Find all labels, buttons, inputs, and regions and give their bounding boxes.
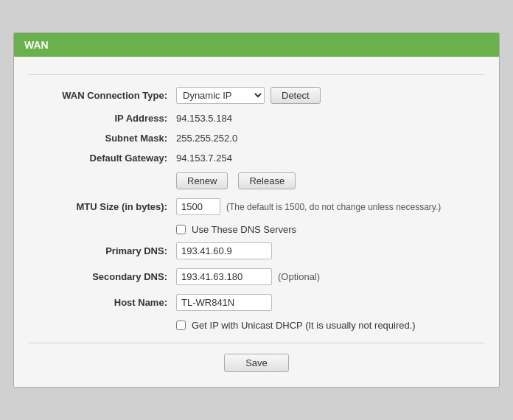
footer-divider xyxy=(29,343,484,343)
secondary-dns-input[interactable] xyxy=(176,268,272,285)
save-row: Save xyxy=(29,354,484,372)
wan-connection-type-select[interactable]: Dynamic IP Static IP PPPoE L2TP PPTP xyxy=(176,87,265,104)
mtu-input[interactable] xyxy=(176,198,220,215)
panel-body: WAN Connection Type: Dynamic IP Static I… xyxy=(14,57,499,387)
secondary-dns-label: Secondary DNS: xyxy=(29,271,176,282)
secondary-dns-row: Secondary DNS: (Optional) xyxy=(29,268,484,285)
host-name-input[interactable] xyxy=(176,294,272,311)
renew-release-row: Renew Release xyxy=(29,172,484,189)
default-gateway-row: Default Gateway: 94.153.7.254 xyxy=(29,153,484,164)
wan-connection-type-row: WAN Connection Type: Dynamic IP Static I… xyxy=(29,87,484,104)
ip-address-label: IP Address: xyxy=(29,113,176,124)
mtu-hint: (The default is 1500, do not change unle… xyxy=(226,202,441,212)
mtu-label: MTU Size (in bytes): xyxy=(29,201,176,212)
use-dns-row: Use These DNS Servers xyxy=(29,224,484,235)
mtu-row: MTU Size (in bytes): (The default is 150… xyxy=(29,198,484,215)
default-gateway-label: Default Gateway: xyxy=(29,153,176,164)
renew-button[interactable]: Renew xyxy=(176,172,228,189)
ip-address-value: 94.153.5.184 xyxy=(176,113,232,124)
detect-button[interactable]: Detect xyxy=(271,87,321,104)
subnet-mask-label: Subnet Mask: xyxy=(29,133,176,144)
renew-release-buttons: Renew Release xyxy=(176,172,296,189)
release-button[interactable]: Release xyxy=(238,172,296,189)
primary-dns-label: Primary DNS: xyxy=(29,245,176,256)
ip-address-row: IP Address: 94.153.5.184 xyxy=(29,113,484,124)
use-dns-checkbox-label: Use These DNS Servers xyxy=(192,224,296,235)
unicast-checkbox[interactable] xyxy=(176,321,186,330)
use-dns-checkbox[interactable] xyxy=(176,225,186,234)
host-name-label: Host Name: xyxy=(29,297,176,308)
save-button[interactable]: Save xyxy=(224,354,289,372)
primary-dns-row: Primary DNS: xyxy=(29,242,484,259)
wan-panel: WAN WAN Connection Type: Dynamic IP Stat… xyxy=(13,32,500,388)
default-gateway-value: 94.153.7.254 xyxy=(176,153,232,164)
wan-connection-type-label: WAN Connection Type: xyxy=(29,90,176,101)
subnet-mask-value: 255.255.252.0 xyxy=(176,133,237,144)
wan-connection-type-wrapper: Dynamic IP Static IP PPPoE L2TP PPTP Det… xyxy=(176,87,321,104)
panel-title: WAN xyxy=(24,39,49,51)
panel-header: WAN xyxy=(14,33,499,57)
primary-dns-input[interactable] xyxy=(176,242,272,259)
subnet-mask-row: Subnet Mask: 255.255.252.0 xyxy=(29,133,484,144)
unicast-checkbox-label: Get IP with Unicast DHCP (It is usually … xyxy=(192,320,416,331)
top-divider xyxy=(29,74,484,75)
host-name-row: Host Name: xyxy=(29,294,484,311)
unicast-row: Get IP with Unicast DHCP (It is usually … xyxy=(29,320,484,331)
secondary-dns-optional: (Optional) xyxy=(278,271,320,282)
